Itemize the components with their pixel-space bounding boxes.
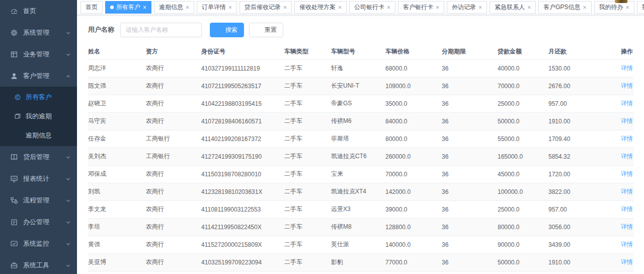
sidebar-item-label: 报表统计: [23, 174, 65, 183]
tab-1[interactable]: 所有客户×: [105, 1, 151, 14]
cell-action: 详情: [606, 183, 634, 200]
column-header: 资方: [146, 44, 201, 59]
cell-term: 36: [442, 253, 498, 271]
active-tab-dot: [110, 6, 114, 9]
detail-link[interactable]: 详情: [621, 206, 633, 213]
cell-funder: 农商行: [146, 218, 201, 236]
sidebar-item-0[interactable]: 首页: [0, 0, 77, 22]
search-button-label: 搜索: [225, 26, 237, 34]
sidebar-subitem-2[interactable]: 逾期信息: [0, 126, 77, 145]
close-icon[interactable]: ×: [283, 5, 287, 11]
detail-link[interactable]: 详情: [621, 188, 633, 195]
sidebar-subitem-0[interactable]: 所有客户: [0, 88, 77, 107]
cell-vehicle_type: 二手车: [284, 253, 331, 271]
close-icon[interactable]: ×: [527, 5, 531, 11]
cell-name: 吴刘杰: [88, 148, 146, 165]
cell-vehicle_model: 凯迪拉克XT4: [331, 183, 385, 200]
close-icon[interactable]: ×: [338, 5, 342, 11]
tab-2[interactable]: 逾期信息×: [154, 1, 194, 14]
sidebar-item-7[interactable]: 办公管理: [0, 211, 77, 233]
cell-id_no: 41142119950822450X: [201, 218, 284, 236]
sidebar-item-3[interactable]: 客户管理: [0, 65, 77, 87]
close-icon[interactable]: ×: [387, 5, 390, 11]
sidebar-item-4[interactable]: 贷后管理: [0, 146, 77, 168]
cell-funder: 农商行: [146, 165, 201, 183]
cell-name: 任存金: [88, 130, 146, 148]
sidebar-item-2[interactable]: 业务管理: [0, 43, 77, 65]
tab-label: 订单详情: [202, 3, 226, 12]
cell-funder: 农商行: [146, 183, 201, 200]
content-panel: 用户名称 搜索 重置 姓名资方身份证号车辆类型车辆型号车辆价格分期期限贷款金额月…: [77, 15, 644, 274]
table-row: 赵晓卫农商行410422198803195415二手车帝豪GS35000.036…: [88, 95, 634, 112]
search-button[interactable]: 搜索: [210, 23, 244, 37]
cell-loan_amount: 165000.0: [498, 148, 548, 165]
sidebar-item-label: 系统管理: [23, 28, 65, 37]
detail-link[interactable]: 详情: [621, 100, 633, 107]
table-row: 任存金工商银行411402199208167372二手车菲斯塔80000.036…: [88, 130, 634, 148]
sidebar-item-8[interactable]: 系统监控: [0, 233, 77, 254]
detail-link[interactable]: 详情: [621, 258, 633, 265]
dashboard-icon: [10, 7, 18, 15]
chevron-down-icon: [65, 51, 71, 57]
tab-5[interactable]: 催收处理方案×: [294, 1, 347, 14]
table-row: 吴刘杰工商银行412724199309175190二手车凯迪拉克CT626000…: [88, 148, 634, 165]
close-icon[interactable]: ×: [186, 5, 189, 11]
cell-monthly: 3439.00: [548, 236, 606, 253]
cell-loan_amount: 90000.0: [498, 236, 548, 253]
sidebar-item-label: 系统监控: [23, 239, 65, 248]
tab-10[interactable]: 客户GPS信息×: [538, 1, 591, 14]
tab-4[interactable]: 贷后催收记录×: [239, 1, 292, 14]
table-row: 李文龙农商行411081199003122553二手车远景X339000.036…: [88, 200, 634, 218]
cell-vehicle_type: [284, 271, 331, 274]
detail-link[interactable]: 详情: [621, 82, 633, 89]
detail-link[interactable]: 详情: [621, 135, 633, 142]
customer-name-input[interactable]: [120, 23, 202, 37]
cell-term: [442, 271, 498, 274]
tab-6[interactable]: 公司银行卡×: [349, 1, 395, 14]
detail-link[interactable]: 详情: [621, 241, 633, 248]
cell-vehicle_model: 长安UNI-T: [331, 77, 385, 95]
close-icon[interactable]: ×: [228, 5, 232, 11]
cell-loan_amount: 55000.0: [498, 130, 548, 148]
tab-9[interactable]: 紧急联系人×: [490, 1, 536, 14]
sidebar-subitem-1[interactable]: 我的逾期: [0, 107, 77, 126]
detail-link[interactable]: 详情: [621, 223, 633, 230]
search-bar: 用户名称 搜索 重置: [88, 22, 634, 37]
cell-vehicle_type: 二手车: [284, 130, 331, 148]
close-icon[interactable]: ×: [583, 5, 586, 11]
cell-action: 详情: [606, 95, 634, 112]
close-icon[interactable]: ×: [143, 5, 146, 11]
detail-link[interactable]: 详情: [621, 153, 633, 160]
detail-link[interactable]: 详情: [621, 64, 633, 72]
sidebar-item-9[interactable]: 系统工具: [0, 254, 77, 274]
tab-8[interactable]: 外访记录×: [447, 1, 487, 14]
sidebar-item-1[interactable]: 系统管理: [0, 22, 77, 43]
sidebar-item-6[interactable]: 流程管理: [0, 189, 77, 211]
cell-name: [88, 271, 146, 274]
close-icon[interactable]: ×: [478, 5, 482, 11]
cell-id_no: 410721199505263517: [201, 77, 284, 95]
cell-funder: 工商银行: [146, 130, 201, 148]
cell-vehicle_type: 二手车: [284, 218, 331, 236]
tab-label: 催收处理方案: [299, 3, 336, 12]
tab-7[interactable]: 客户银行卡×: [398, 1, 444, 14]
tab-label: 所有客户: [116, 3, 140, 12]
cell-vehicle_type: 二手车: [284, 165, 331, 183]
cell-vehicle_price: 80000.0: [385, 130, 442, 148]
cell-action: 详情: [606, 112, 634, 130]
detail-link[interactable]: 详情: [621, 117, 633, 124]
sidebar-item-5[interactable]: 报表统计: [0, 168, 77, 189]
close-icon[interactable]: ×: [436, 5, 439, 11]
table-row: 马守宾农商行410728198406160571二手车传祺M684000.036…: [88, 112, 634, 130]
tab-11[interactable]: 我的待办×: [594, 1, 634, 14]
tab-12[interactable]: 我的流程×: [637, 1, 644, 14]
cell-action: 详情: [606, 165, 634, 183]
avatar-image[interactable]: [615, 0, 627, 3]
tab-0[interactable]: 首页: [80, 1, 103, 14]
tab-3[interactable]: 订单详情×: [197, 1, 237, 14]
cell-loan_amount: [498, 271, 548, 274]
reset-button[interactable]: 重置: [249, 23, 283, 37]
cell-vehicle_model: 影豹: [331, 253, 385, 271]
close-icon[interactable]: ×: [626, 5, 629, 11]
detail-link[interactable]: 详情: [621, 170, 633, 177]
